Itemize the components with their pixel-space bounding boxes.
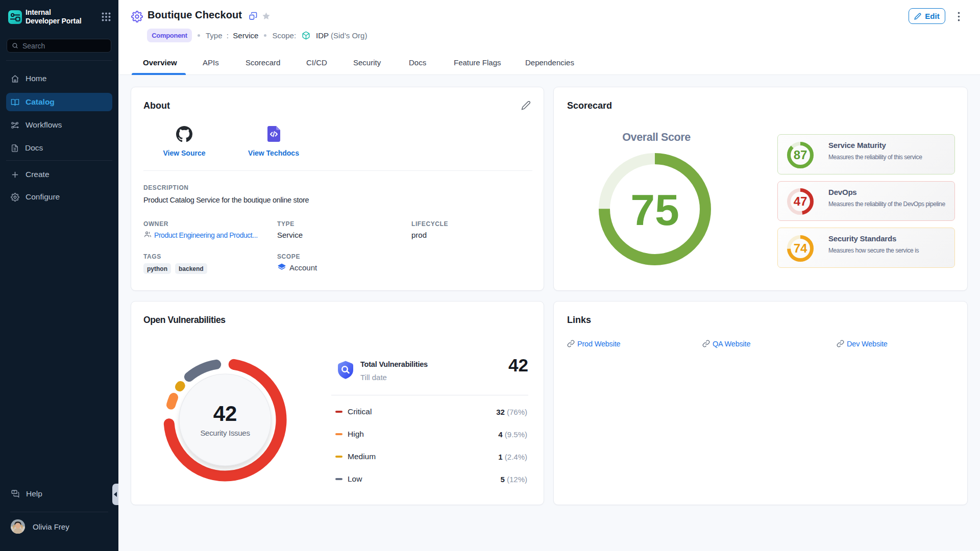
svg-text:?: ? [13, 490, 15, 493]
